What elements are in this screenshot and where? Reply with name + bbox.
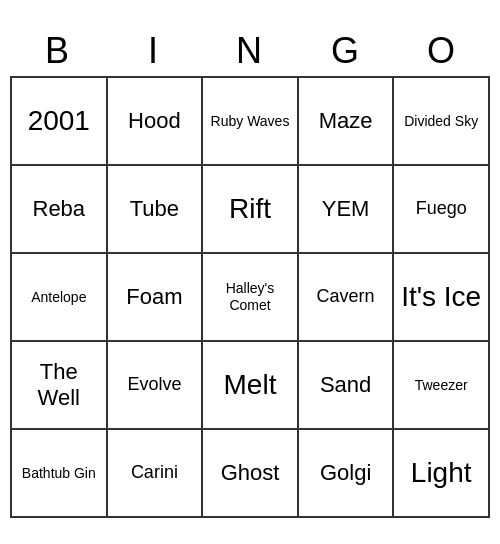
cell-text: Sand [320, 372, 371, 398]
cell-text: Light [411, 456, 472, 490]
cell-text: Hood [128, 108, 181, 134]
cell-text: It's Ice [401, 280, 481, 314]
cell-text: Divided Sky [404, 113, 478, 130]
cell-r3-c1: Evolve [108, 342, 204, 430]
cell-r2-c4: It's Ice [394, 254, 490, 342]
header-letter: G [298, 26, 394, 76]
cell-text: Ruby Waves [211, 113, 290, 130]
cell-r2-c3: Cavern [299, 254, 395, 342]
header-letter: I [106, 26, 202, 76]
bingo-header: BINGO [10, 26, 490, 76]
cell-text: Carini [131, 462, 178, 484]
cell-r2-c1: Foam [108, 254, 204, 342]
cell-r1-c4: Fuego [394, 166, 490, 254]
cell-r3-c4: Tweezer [394, 342, 490, 430]
cell-r0-c3: Maze [299, 78, 395, 166]
cell-text: Tweezer [415, 377, 468, 394]
cell-r2-c0: Antelope [12, 254, 108, 342]
cell-r1-c0: Reba [12, 166, 108, 254]
cell-r0-c4: Divided Sky [394, 78, 490, 166]
cell-text: Maze [319, 108, 373, 134]
header-letter: B [10, 26, 106, 76]
cell-text: Bathtub Gin [22, 465, 96, 482]
cell-r4-c3: Golgi [299, 430, 395, 518]
cell-text: The Well [16, 359, 102, 412]
cell-text: Evolve [127, 374, 181, 396]
cell-text: Reba [33, 196, 86, 222]
cell-r2-c2: Halley's Comet [203, 254, 299, 342]
cell-text: Halley's Comet [207, 280, 293, 314]
cell-text: Antelope [31, 289, 86, 306]
cell-text: Foam [126, 284, 182, 310]
cell-text: Melt [224, 368, 277, 402]
cell-text: Cavern [317, 286, 375, 308]
cell-r0-c2: Ruby Waves [203, 78, 299, 166]
header-letter: O [394, 26, 490, 76]
cell-r0-c0: 2001 [12, 78, 108, 166]
cell-text: 2001 [28, 104, 90, 138]
header-letter: N [202, 26, 298, 76]
cell-r4-c4: Light [394, 430, 490, 518]
cell-r3-c3: Sand [299, 342, 395, 430]
cell-text: Golgi [320, 460, 371, 486]
cell-text: YEM [322, 196, 370, 222]
cell-r1-c3: YEM [299, 166, 395, 254]
cell-text: Tube [130, 196, 179, 222]
cell-r3-c2: Melt [203, 342, 299, 430]
cell-r1-c2: Rift [203, 166, 299, 254]
cell-r1-c1: Tube [108, 166, 204, 254]
cell-r4-c0: Bathtub Gin [12, 430, 108, 518]
cell-text: Rift [229, 192, 271, 226]
cell-text: Fuego [416, 198, 467, 220]
cell-r4-c2: Ghost [203, 430, 299, 518]
bingo-grid: 2001HoodRuby WavesMazeDivided SkyRebaTub… [10, 76, 490, 518]
cell-r4-c1: Carini [108, 430, 204, 518]
cell-text: Ghost [221, 460, 280, 486]
cell-r0-c1: Hood [108, 78, 204, 166]
cell-r3-c0: The Well [12, 342, 108, 430]
